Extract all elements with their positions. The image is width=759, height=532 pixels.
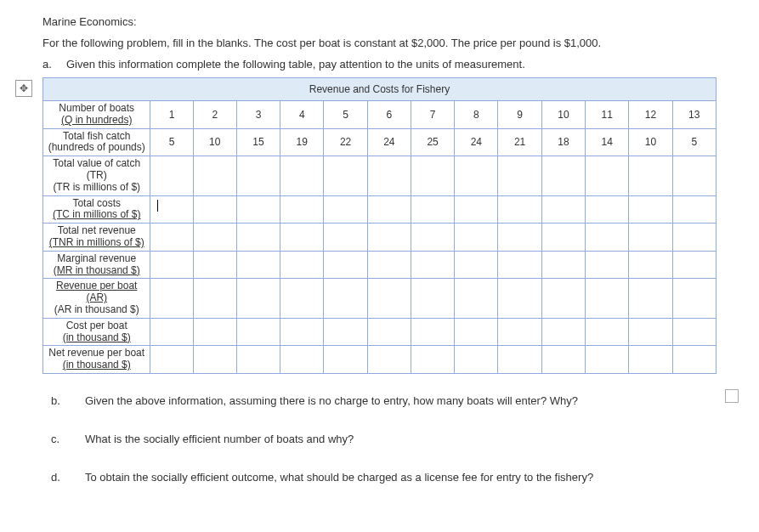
cell-input[interactable] <box>236 156 280 195</box>
cell-input[interactable] <box>586 195 629 224</box>
cell-input[interactable] <box>455 318 498 346</box>
cell-input[interactable] <box>541 195 585 224</box>
cell-input[interactable] <box>629 195 672 224</box>
cell-input[interactable] <box>193 318 236 346</box>
cell-input[interactable] <box>586 346 629 374</box>
cell-input[interactable] <box>411 195 454 224</box>
cell-input[interactable] <box>455 279 498 318</box>
cell-input[interactable] <box>150 279 193 318</box>
cell-input[interactable] <box>236 279 280 318</box>
cell-input[interactable] <box>411 224 454 252</box>
question-b-text: Given the above information, assuming th… <box>85 394 578 407</box>
cell-input[interactable] <box>498 318 541 346</box>
cell-input[interactable] <box>150 346 193 374</box>
cell-input[interactable] <box>236 346 280 374</box>
cell-input[interactable] <box>629 318 672 346</box>
anchor-icon[interactable] <box>725 389 739 403</box>
cell: 5 <box>150 128 193 156</box>
cell-input[interactable] <box>498 346 541 374</box>
cell-input[interactable] <box>367 224 411 252</box>
cell-input[interactable] <box>367 195 411 224</box>
cell-input[interactable] <box>367 156 411 195</box>
cell-input[interactable] <box>498 156 541 195</box>
cell-input[interactable] <box>672 251 716 279</box>
cell-input[interactable] <box>411 156 454 195</box>
cell-input[interactable] <box>324 251 367 279</box>
cell-input[interactable] <box>455 251 498 279</box>
cell-input[interactable] <box>324 195 367 224</box>
cell-input[interactable] <box>411 318 454 346</box>
cell-input[interactable] <box>455 195 498 224</box>
cell-input[interactable] <box>541 224 585 252</box>
cell-input[interactable] <box>193 251 236 279</box>
cell-input[interactable] <box>150 318 193 346</box>
cell-input[interactable] <box>629 279 672 318</box>
cell-input[interactable] <box>280 195 324 224</box>
cell-input[interactable] <box>586 251 629 279</box>
cell-input[interactable] <box>541 279 585 318</box>
cell-input[interactable] <box>586 224 629 252</box>
cell-input[interactable] <box>672 318 716 346</box>
cell-input[interactable] <box>498 251 541 279</box>
cell-input[interactable] <box>455 156 498 195</box>
cell-input[interactable] <box>411 346 454 374</box>
cell-input[interactable] <box>672 195 716 224</box>
cell-input[interactable] <box>541 318 585 346</box>
cell-input[interactable] <box>498 279 541 318</box>
cell-input[interactable] <box>280 279 324 318</box>
cell-input[interactable] <box>150 156 193 195</box>
cell-input[interactable] <box>236 251 280 279</box>
cell-input[interactable] <box>672 279 716 318</box>
cell-input[interactable] <box>455 224 498 252</box>
cell-input[interactable] <box>280 318 324 346</box>
cell-input[interactable] <box>324 279 367 318</box>
cell-input[interactable] <box>367 251 411 279</box>
cell-input[interactable] <box>236 224 280 252</box>
cell-input[interactable] <box>672 224 716 252</box>
cell-input[interactable] <box>586 279 629 318</box>
cell-input[interactable] <box>324 156 367 195</box>
cell-input[interactable] <box>280 156 324 195</box>
cell-input[interactable] <box>498 195 541 224</box>
question-c-letter: c. <box>68 433 85 445</box>
move-handle-icon[interactable]: ✥ <box>15 80 32 97</box>
cell-input[interactable] <box>586 156 629 195</box>
table-row: Total fish catch(hundreds of pounds) 5 1… <box>43 128 717 156</box>
cell-input[interactable] <box>541 156 585 195</box>
cell-input[interactable] <box>629 224 672 252</box>
cell-input[interactable] <box>411 279 454 318</box>
cell-input[interactable] <box>280 346 324 374</box>
cell-input[interactable] <box>367 279 411 318</box>
cell-input[interactable] <box>324 224 367 252</box>
cell-input[interactable] <box>498 224 541 252</box>
cell: 1 <box>150 101 193 129</box>
cell-input[interactable] <box>236 318 280 346</box>
cell-input[interactable] <box>541 346 585 374</box>
cell-input[interactable] <box>672 156 716 195</box>
cell-input[interactable] <box>367 318 411 346</box>
cell-input[interactable] <box>150 224 193 252</box>
cell-input[interactable] <box>193 195 236 224</box>
cell-input[interactable] <box>280 224 324 252</box>
cell-input[interactable] <box>411 251 454 279</box>
cell-input[interactable] <box>193 156 236 195</box>
cell-input[interactable] <box>541 251 585 279</box>
cell-input[interactable] <box>193 279 236 318</box>
cell-input[interactable] <box>193 224 236 252</box>
cell-input[interactable] <box>586 318 629 346</box>
cell-input[interactable] <box>629 251 672 279</box>
cell-input[interactable] <box>455 346 498 374</box>
cell-input[interactable] <box>324 318 367 346</box>
cell-input[interactable] <box>629 156 672 195</box>
cell-input[interactable] <box>193 346 236 374</box>
cell-input[interactable] <box>324 346 367 374</box>
cell-input[interactable] <box>236 195 280 224</box>
cell-input[interactable] <box>150 251 193 279</box>
table-row: Number of boats(Q in hundreds) 1 2 3 4 5… <box>43 101 717 129</box>
cell-input[interactable] <box>629 346 672 374</box>
cell-input[interactable] <box>367 346 411 374</box>
cell-input[interactable] <box>280 251 324 279</box>
cell-input-active[interactable] <box>150 195 193 224</box>
table-row: Total costs(TC in millions of $) <box>43 195 717 224</box>
cell-input[interactable] <box>672 346 716 374</box>
